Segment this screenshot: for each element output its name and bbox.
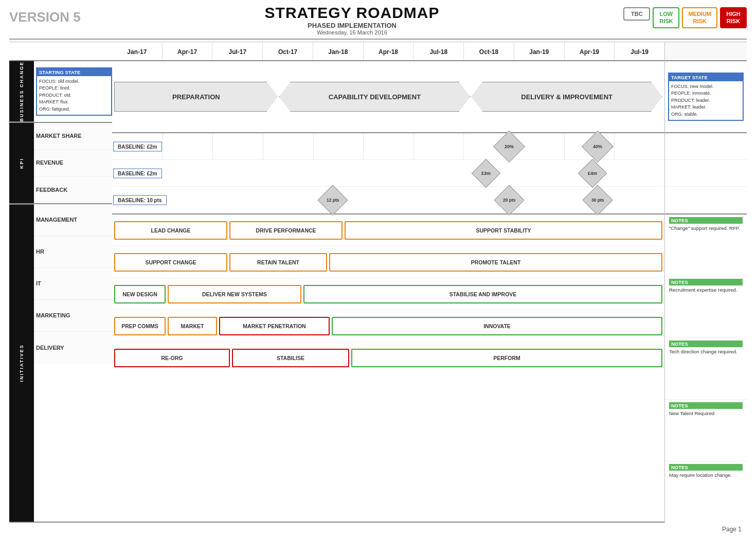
tl-jul18: Jul-18 xyxy=(413,42,463,60)
bar-prep-comms: PREP COMMS xyxy=(114,317,166,335)
badge-medium: MEDIUMRISK xyxy=(682,7,717,28)
bar-stabilise: STABILISE xyxy=(232,349,349,367)
tl-jan18: Jan-18 xyxy=(313,42,363,60)
bar-promote-talent: PROMOTE TALENT xyxy=(329,253,662,272)
tl-jan17: Jan-17 xyxy=(112,42,162,60)
timeline-header: Jan-17 Apr-17 Jul-17 Oct-17 Jan-18 Apr-1… xyxy=(112,42,664,61)
vline1 xyxy=(163,133,163,159)
vline3 xyxy=(263,133,263,159)
init-label-management: MANAGEMENT xyxy=(34,204,112,236)
notes-kpi-rev xyxy=(665,160,747,187)
notes-text-it: Tech direction change required. xyxy=(669,348,743,355)
tl-oct18: Oct-18 xyxy=(463,42,514,60)
init-row-marketing: MARKETING xyxy=(34,300,112,332)
vline6 xyxy=(413,133,414,159)
kpi-ms-20: 20% xyxy=(498,135,520,158)
tl-apr18: Apr-18 xyxy=(363,42,413,60)
bar-deliver-new-systems: DELIVER NEW SYSTEMS xyxy=(168,285,301,303)
header: VERSION 5 STRATEGY ROADMAP PHASED IMPLEM… xyxy=(9,4,747,35)
init-left: INITIATIVES MANAGEMENT HR IT MARKETING xyxy=(9,204,112,523)
tl-oct17: Oct-17 xyxy=(262,42,313,60)
notes-bc-target: TARGET STATE FOCUS: new model. PEOPLE: i… xyxy=(665,61,747,133)
vline4 xyxy=(313,133,314,159)
notes-kpi-ms xyxy=(665,133,747,160)
page: VERSION 5 STRATEGY ROADMAP PHASED IMPLEM… xyxy=(0,0,756,537)
risk-badges: TBC LOWRISK MEDIUMRISK HIGHRISK xyxy=(623,7,747,28)
init-labels: MANAGEMENT HR IT MARKETING DELIVERY xyxy=(34,204,112,522)
header-divider xyxy=(9,39,747,40)
kpi-rows: BASELINE: £2m 20% 40% xyxy=(112,133,664,214)
starting-state-title: STARTING STATE xyxy=(37,68,111,76)
notes-text-marketing: New Talent Required xyxy=(669,410,743,417)
diamond-40pct: 40% xyxy=(582,130,614,162)
bc-arrows-row: PREPARATION CAPABILITY DEVELOPMENT DELIV… xyxy=(112,61,664,133)
init-label-delivery: DELIVERY xyxy=(34,332,112,364)
notes-badge-hr: NOTES xyxy=(669,279,743,285)
kpi-fb-20pts: 20 pts xyxy=(498,189,520,211)
target-state-box: TARGET STATE FOCUS: new model. PEOPLE: i… xyxy=(668,73,744,121)
bar-perform: PERFORM xyxy=(351,349,662,367)
version-label: VERSION 5 xyxy=(9,9,81,25)
tl-jul17: Jul-17 xyxy=(212,42,262,60)
vline5 xyxy=(363,133,364,159)
kpi-ms-baseline: BASELINE: £2m xyxy=(113,141,162,151)
kpi-label-market-share: MARKET SHARE xyxy=(34,123,112,149)
bar-lead-change: LEAD CHANGE xyxy=(114,221,227,240)
notes-it: NOTES Tech direction change required. xyxy=(665,338,747,400)
init-vert-label: INITIATIVES xyxy=(9,204,34,522)
right-column: TARGET STATE FOCUS: new model. PEOPLE: i… xyxy=(664,42,747,523)
kpi-fb-12pts: 12 pts xyxy=(322,189,344,211)
diamond-30pts: 30 pts xyxy=(582,185,613,215)
init-hr-row: SUPPORT CHANGE RETAIN TALENT PROMOTE TAL… xyxy=(112,246,664,278)
arrow-preparation: PREPARATION xyxy=(114,82,278,112)
notes-badge-marketing: NOTES xyxy=(669,402,743,409)
page-number: Page 1 xyxy=(9,526,747,533)
init-row-management: MANAGEMENT xyxy=(34,204,112,236)
main-title: STRATEGY ROADMAP xyxy=(265,4,440,22)
init-management-row: LEAD CHANGE DRIVE PERFORMANCE SUPPORT ST… xyxy=(112,214,664,246)
badge-high: HIGHRISK xyxy=(720,7,747,28)
kpi-fb-30pts: 30 pts xyxy=(587,189,608,211)
bar-new-design: NEW DESIGN xyxy=(114,285,166,303)
init-label-marketing: MARKETING xyxy=(34,300,112,331)
diamond-3m-label: £3m xyxy=(481,170,491,175)
vline2 xyxy=(212,133,213,159)
arrow-delivery-body: DELIVERY & IMPROVEMENT xyxy=(471,82,662,112)
bar-innovate: INNOVATE xyxy=(332,317,662,335)
notes-delivery: NOTES May require location change. xyxy=(665,461,747,523)
bar-market: MARKET xyxy=(168,317,217,335)
kpi-label-feedback: FEEDBACK xyxy=(34,176,112,203)
kpi-row-market-share: MARKET SHARE xyxy=(34,123,112,150)
target-state-title: TARGET STATE xyxy=(669,74,743,81)
diamond-20pct-label: 20% xyxy=(505,144,514,149)
title-block: STRATEGY ROADMAP PHASED IMPLEMENTATION W… xyxy=(265,4,440,35)
notes-text-hr: Recruitment expertise required. xyxy=(669,287,743,293)
kpi-rev-3m: £3m xyxy=(476,163,496,184)
diamond-4m: £4m xyxy=(578,158,607,188)
target-state-body: FOCUS: new model. PEOPLE: innovate. PROD… xyxy=(669,81,743,120)
notes-badge-delivery: NOTES xyxy=(669,464,743,471)
diamond-4m-label: £4m xyxy=(588,170,597,175)
tl-apr19: Apr-19 xyxy=(564,42,615,60)
notes-badge-it: NOTES xyxy=(669,341,743,347)
notes-marketing: NOTES New Talent Required xyxy=(665,400,747,461)
init-row-it: IT xyxy=(34,268,112,300)
kpi-label-revenue: REVENUE xyxy=(34,150,112,176)
diamond-20pts-label: 20 pts xyxy=(503,198,516,203)
kpi-row-feedback: FEEDBACK xyxy=(34,176,112,203)
bar-market-penetration: MARKET PENETRATION xyxy=(219,317,330,335)
center-column: Jan-17 Apr-17 Jul-17 Oct-17 Jan-18 Apr-1… xyxy=(112,42,664,523)
init-label-it: IT xyxy=(34,268,112,299)
diamond-20pct: 20% xyxy=(493,130,525,162)
date: Wednesday, 16 March 2016 xyxy=(265,29,440,35)
diamond-30pts-label: 30 pts xyxy=(591,198,604,203)
init-label-hr: HR xyxy=(34,236,112,267)
kpi-labels: MARKET SHARE REVENUE FEEDBACK xyxy=(34,123,112,203)
tl-header-spacer xyxy=(9,42,112,61)
arrow-delivery: DELIVERY & IMPROVEMENT xyxy=(471,82,662,112)
initiatives-rows: LEAD CHANGE DRIVE PERFORMANCE SUPPORT ST… xyxy=(112,214,664,523)
kpi-feedback-row: BASELINE: 10 pts 12 pts 20 pts xyxy=(112,187,664,213)
badge-low: LOWRISK xyxy=(653,7,679,28)
diamond-3m: £3m xyxy=(472,158,501,188)
kpi-ms-40: 40% xyxy=(586,135,609,158)
